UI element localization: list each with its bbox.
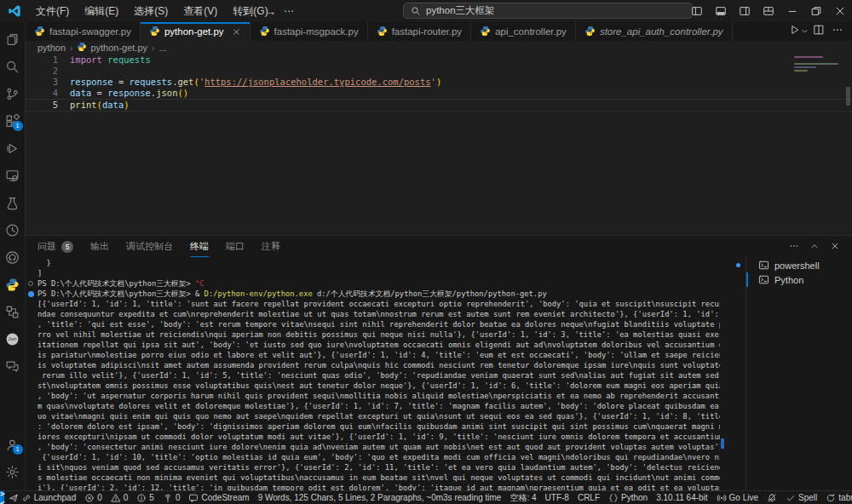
activity-settings-icon[interactable] [0, 458, 26, 485]
status-item-right-3[interactable]: Python [604, 491, 652, 504]
activity-account-icon[interactable]: 1 [0, 431, 26, 458]
panel-more-button[interactable] [786, 238, 803, 255]
close-icon [830, 239, 840, 255]
editor-tab-store_api_auth_controller.py[interactable]: store_api_auth_controller.py [576, 22, 733, 41]
status-item-left-1[interactable]: 0 [80, 491, 106, 504]
terminal-output[interactable]: }]PS D:\个人代码技术文档\python三大框架> ^CPS D:\个人代… [26, 258, 720, 490]
menu-item-2[interactable]: 选择(S) [126, 0, 176, 22]
json-icon: Json [5, 332, 20, 346]
tower-icon [163, 493, 173, 503]
status-label: 空格: 4 [509, 492, 536, 504]
layout-customize-button[interactable] [757, 0, 780, 22]
status-item-left-5[interactable]: CodeStream [184, 491, 253, 504]
status-item-left-4[interactable]: 0 [158, 491, 185, 504]
breadcrumb-item-2[interactable]: ... [158, 43, 166, 53]
layout-sidebar-right-button[interactable] [733, 0, 757, 22]
menu-item-3[interactable]: 查看(V) [176, 0, 225, 22]
status-item-right-1[interactable]: UTF-8 [541, 491, 573, 504]
status-label: tabnine starter [838, 493, 852, 502]
panel-tab-4[interactable]: 端口 [226, 237, 245, 257]
status-item-right-4[interactable]: 3.10.11 64-bit [652, 491, 711, 504]
more-button[interactable] [828, 22, 847, 41]
panel-tab-5[interactable]: 注释 [262, 237, 280, 257]
code-line-1[interactable]: 1import requests [26, 54, 852, 66]
status-item-right-6[interactable] [763, 491, 781, 504]
terminal-line: rro vel nihil molestiae ut reiciendis\nq… [37, 329, 720, 340]
status-label: Go Live [729, 493, 758, 502]
breadcrumb-item-1[interactable]: python-get.py [77, 42, 147, 54]
terminal-line: ndae consequuntur expedita et cum\nrepre… [37, 309, 720, 319]
breadcrumb-item-0[interactable]: python [37, 43, 66, 53]
command-decoration-icon[interactable] [28, 291, 34, 297]
activity-extensions-icon[interactable]: 1 [0, 107, 26, 135]
activity-remote-explorer-icon[interactable] [0, 162, 26, 189]
menu-item-1[interactable]: 编辑(E) [77, 0, 126, 22]
status-item-left-0[interactable]: Launchpad [4, 491, 81, 504]
terminal-line: itationem repellat qui ipsa sit aut', 'b… [37, 340, 720, 350]
activity-run-debug-icon[interactable] [0, 135, 26, 162]
terminal-line: m quas\nvoluptate dolores velit et dolor… [37, 401, 720, 411]
close-icon[interactable] [232, 27, 241, 37]
badge: 1 [13, 444, 23, 455]
status-item-left-2[interactable]: 0 [106, 491, 133, 504]
layout-sidebar-left-button[interactable] [685, 0, 709, 22]
menu-item-0[interactable]: 文件(F) [28, 0, 77, 22]
status-item-right-8[interactable]: tabnine starter [821, 491, 852, 504]
minimap[interactable] [794, 56, 840, 116]
command-decoration-icon[interactable] [28, 281, 33, 286]
menu-item-5[interactable]: ⋯ [276, 0, 302, 22]
terminal-session-powershell[interactable]: powershell [746, 258, 852, 272]
editor-tab-api_controller.py[interactable]: api_controller.py [471, 22, 576, 41]
status-item-left-6[interactable]: 9 Words, 125 Chars, 5 Lines, 2 Paragraph… [254, 491, 506, 504]
code-line-4[interactable]: 4data = response.json() [26, 88, 852, 99]
panel-tab-2[interactable]: 调试控制台 [126, 237, 173, 257]
activity-json-icon[interactable]: Json [0, 325, 26, 352]
activity-testing-icon[interactable] [0, 189, 26, 216]
terminal-session-Python[interactable]: Python [746, 272, 852, 287]
back-button[interactable]: ← [242, 5, 253, 18]
code-line-3[interactable]: 3response = requests.get('https://jsonpl… [26, 77, 852, 88]
restore-button[interactable] [804, 0, 828, 22]
panel-tab-0[interactable]: 问题5 [37, 237, 73, 257]
status-item-right-0[interactable]: 空格: 4 [505, 491, 540, 504]
layout-customize-icon [763, 5, 774, 17]
activity-code-time-icon[interactable] [0, 216, 26, 243]
status-item-right-7[interactable]: Spell [781, 491, 821, 504]
code-line-5[interactable]: 5print(data) [26, 99, 852, 112]
panel-tab-1[interactable]: 输出 [90, 237, 109, 257]
activity-search-icon[interactable] [0, 53, 26, 80]
command-center-search[interactable]: python三大框架 [403, 3, 693, 19]
remote-explorer-icon [5, 169, 20, 183]
editor-scrollbar[interactable] [843, 54, 852, 235]
code-line-2[interactable]: 2 [26, 66, 852, 77]
more-icon [832, 24, 843, 39]
status-label: 0 [97, 493, 102, 502]
activity-python-icon[interactable] [0, 271, 26, 298]
activity-files-icon[interactable] [0, 26, 26, 53]
layout-panel-button[interactable] [709, 0, 733, 22]
forward-button[interactable]: → [265, 5, 276, 18]
activity-github-icon[interactable] [0, 243, 26, 271]
chevron-down-button[interactable] [799, 22, 809, 41]
panel-close-button[interactable] [826, 238, 843, 255]
breadcrumb[interactable]: python›python-get.py›... [26, 41, 852, 54]
editor-tab-fastapi-swagger.py[interactable]: fastapi-swagger.py [26, 22, 141, 41]
panel-chevron-up-button[interactable] [806, 238, 823, 255]
status-item-right-5[interactable]: Go Live [712, 491, 763, 504]
activity-source-control-icon[interactable] [0, 80, 26, 107]
editor-tab-fastapi-router.py[interactable]: fastapi-router.py [368, 22, 471, 41]
minimize-button[interactable] [780, 0, 804, 22]
search-icon [411, 6, 421, 16]
activity-project-manager-icon[interactable] [0, 298, 26, 325]
editor-tab-fastapi-msgpack.py[interactable]: fastapi-msgpack.py [250, 22, 368, 41]
status-label: 0 [124, 493, 129, 502]
status-label: 0 [176, 493, 181, 502]
panel-tab-3[interactable]: 终端 [190, 237, 209, 257]
activity-comments-icon[interactable] [0, 352, 26, 380]
status-item-left-3[interactable]: 5 [132, 491, 158, 504]
window-close-button[interactable] [828, 0, 852, 22]
split-editor-button[interactable] [809, 22, 828, 41]
status-item-right-2[interactable]: CRLF [573, 491, 604, 504]
editor-tab-python-get.py[interactable]: python-get.py [141, 22, 250, 41]
code-editor[interactable]: 1import requests23response = requests.ge… [26, 54, 852, 235]
